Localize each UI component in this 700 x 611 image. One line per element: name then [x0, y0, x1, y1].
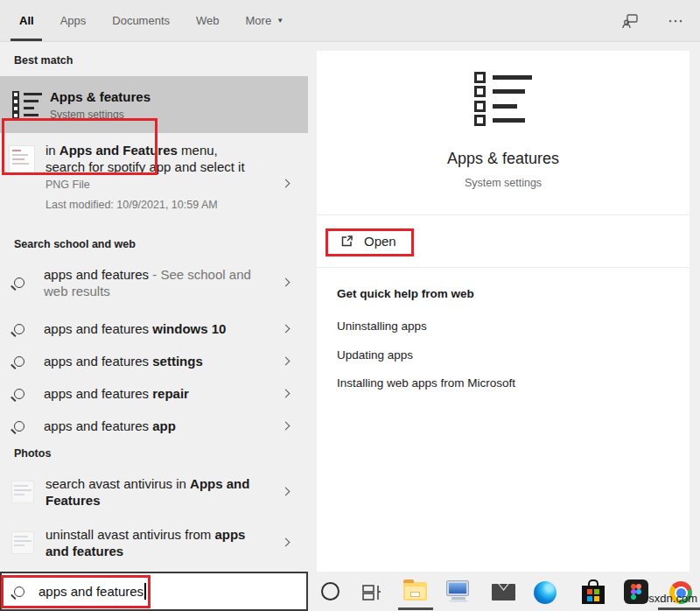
- help-section-header: Get quick help from web: [337, 287, 474, 300]
- chevron-right-icon[interactable]: [282, 538, 290, 547]
- text-cursor: [144, 583, 146, 600]
- search-icon: [14, 356, 24, 367]
- search-input-value[interactable]: apps and features: [38, 584, 144, 599]
- chevron-right-icon[interactable]: [282, 324, 290, 333]
- help-link-installing[interactable]: Installing web apps from Microsoft: [337, 376, 515, 390]
- chrome-active-indicator: [658, 607, 700, 610]
- watermark: wsxdn.com: [640, 592, 697, 605]
- web-suggestion[interactable]: apps and features repair: [0, 377, 308, 410]
- edge-icon[interactable]: [534, 581, 556, 604]
- chevron-right-icon[interactable]: [282, 488, 290, 496]
- section-search-web: Search school and web: [14, 238, 136, 250]
- web-suggestion[interactable]: apps and features settings: [0, 345, 308, 377]
- chevron-down-icon: ▼: [276, 17, 284, 25]
- task-view-icon[interactable]: [361, 582, 383, 603]
- taskbar-search-box[interactable]: apps and features: [0, 572, 308, 611]
- tab-more-label: More: [246, 14, 272, 27]
- open-icon: [340, 234, 354, 249]
- section-photos: Photos: [14, 447, 51, 460]
- preview-subtitle: System settings: [317, 177, 690, 189]
- photo-result[interactable]: uninstall avast antivirus from apps and …: [0, 517, 308, 568]
- this-pc-icon[interactable]: [446, 580, 471, 602]
- tab-apps[interactable]: Apps: [60, 0, 87, 41]
- preview-title: Apps & features: [317, 150, 690, 168]
- microsoft-store-icon[interactable]: [582, 579, 605, 605]
- best-match-result[interactable]: Apps & features System settings: [0, 76, 308, 133]
- windows-search-flyout: All Apps Documents Web More ▼ ⋯ Best mat: [0, 0, 700, 611]
- png-thumbnail: [9, 145, 35, 173]
- open-button[interactable]: Open: [340, 234, 396, 249]
- tab-web[interactable]: Web: [196, 0, 220, 41]
- web-suggestion[interactable]: apps and features app: [0, 410, 308, 442]
- file-result[interactable]: in Apps and Features menu,search for spo…: [0, 142, 308, 226]
- feedback-icon[interactable]: [620, 11, 640, 31]
- tab-all[interactable]: All: [19, 0, 34, 41]
- web-suggestion[interactable]: apps and features windows 10: [0, 313, 308, 345]
- chevron-right-icon[interactable]: [282, 277, 290, 286]
- help-link-uninstalling[interactable]: Uninstalling apps: [337, 320, 427, 333]
- search-icon: [14, 324, 24, 334]
- search-filter-bar: All Apps Documents Web More ▼ ⋯: [0, 0, 700, 42]
- cortana-icon[interactable]: [321, 582, 340, 600]
- search-icon: [14, 389, 24, 399]
- best-match-title: Apps & features: [50, 89, 150, 104]
- section-best-match: Best match: [14, 54, 73, 67]
- apps-features-icon-large: [474, 72, 532, 126]
- photo-thumbnail: [11, 481, 34, 503]
- search-icon: [14, 277, 24, 288]
- tab-documents[interactable]: Documents: [112, 0, 170, 41]
- file-modified: Last modified: 10/9/2021, 10:59 AM: [46, 199, 270, 211]
- chevron-right-icon[interactable]: [282, 421, 290, 430]
- chevron-right-icon[interactable]: [282, 356, 290, 365]
- chevron-right-icon[interactable]: [282, 389, 290, 397]
- photo-thumbnail: [11, 531, 34, 554]
- web-suggestion[interactable]: apps and features - See school and web r…: [0, 258, 308, 306]
- file-result-title: in Apps and Features menu,search for spo…: [46, 142, 270, 175]
- more-options-icon[interactable]: ⋯: [668, 11, 684, 31]
- search-icon: [14, 421, 24, 432]
- result-preview-pane: Apps & features System settings Open Get…: [317, 51, 690, 572]
- help-link-updating[interactable]: Updating apps: [337, 348, 413, 362]
- best-match-subtitle: System settings: [50, 109, 150, 121]
- tab-more[interactable]: More ▼: [246, 0, 284, 41]
- mail-icon[interactable]: [492, 584, 515, 600]
- apps-features-icon: [12, 91, 42, 119]
- file-type: PNG File: [46, 179, 270, 191]
- explorer-active-indicator: [398, 607, 433, 610]
- file-explorer-icon[interactable]: [403, 582, 427, 600]
- filter-tabs: All Apps Documents Web More ▼: [0, 0, 284, 41]
- search-icon: [14, 586, 24, 597]
- photo-result[interactable]: search avast antivirus in Apps and Featu…: [0, 467, 308, 517]
- open-label: Open: [364, 234, 396, 249]
- chevron-right-icon[interactable]: [282, 179, 290, 188]
- search-results-panel: Best match Apps & features System settin…: [0, 42, 308, 572]
